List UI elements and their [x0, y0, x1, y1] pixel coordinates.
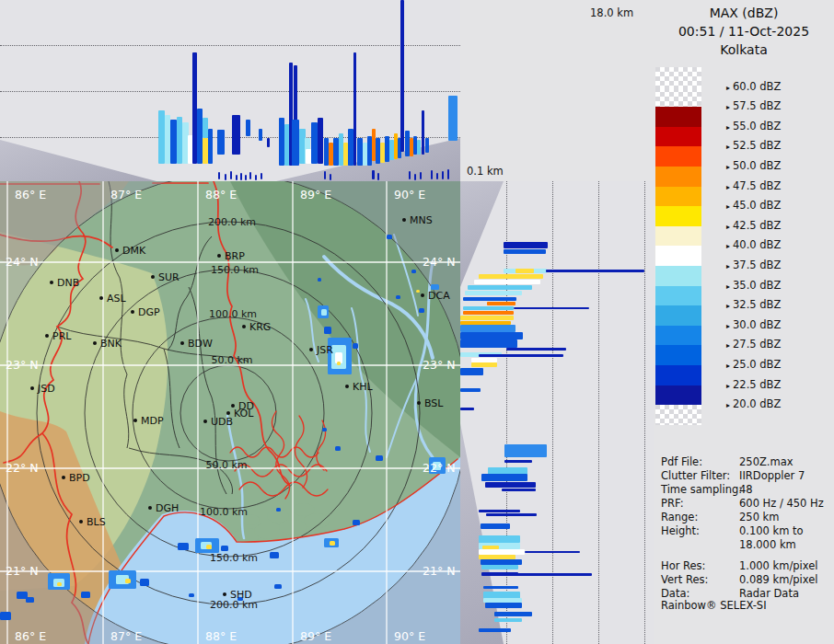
legend-band-15 — [655, 365, 701, 385]
echo-cell — [324, 327, 331, 334]
legend-band-10 — [655, 266, 701, 286]
latitude-label: 22° N — [423, 461, 455, 475]
echo-bar — [506, 348, 566, 351]
echo-bar — [479, 535, 520, 543]
arrow-icon: ▸ — [726, 341, 730, 350]
echo-cell — [26, 597, 34, 603]
metadata-pdffile: Pdf File: — [661, 455, 702, 469]
echo-cell — [206, 545, 212, 549]
echo-bar — [504, 460, 532, 463]
city-label: KOL — [234, 408, 254, 420]
longitude-label: 88° E — [205, 629, 237, 643]
radar-max-display: 18.0 km 0.1 km — [0, 0, 834, 644]
echo-bar — [479, 628, 511, 632]
echo-bar — [515, 269, 534, 273]
city-label: SHD — [230, 589, 252, 601]
echo-bar — [218, 172, 220, 179]
echo-cell — [337, 362, 341, 365]
arrow-icon: ▸ — [726, 223, 730, 231]
range-ring-label: 100.0 km — [200, 506, 248, 518]
city-label: UDB — [211, 416, 233, 428]
echo-cell — [270, 552, 279, 558]
product-title: MAX (dBZ) — [654, 6, 834, 20]
echo-cell — [396, 295, 400, 299]
arrow-icon: ▸ — [726, 103, 730, 111]
echo-bar — [463, 297, 516, 301]
legend-band-14 — [655, 345, 701, 365]
longitude-label: 86° E — [15, 629, 46, 643]
metadata-clutterfilter: IIRDoppler 7 — [739, 469, 833, 483]
echo-cell — [330, 541, 335, 546]
longitude-label: 89° E — [300, 629, 331, 643]
echo-bar — [448, 96, 458, 141]
latitude-label: 23° N — [423, 358, 455, 372]
echo-bar — [460, 332, 523, 339]
echo-cell — [419, 308, 424, 313]
arrow-icon: ▸ — [726, 123, 730, 132]
city-label: DGH — [156, 502, 179, 514]
echo-cell — [178, 543, 189, 550]
metadata-clutterfilter: Clutter Filter: — [661, 469, 730, 483]
city-dot — [30, 386, 34, 390]
legend-threshold-label: ▸20.0 dBZ — [726, 397, 781, 410]
legend-band-9 — [655, 246, 701, 266]
echo-bar — [377, 173, 379, 180]
echo-bar — [436, 173, 438, 179]
legend-band-11 — [655, 286, 701, 306]
echo-bar — [255, 175, 257, 180]
echo-bar — [483, 586, 518, 589]
metadata-height: 0.100 km to — [739, 524, 833, 538]
metadata-range: 250 km — [739, 511, 833, 524]
echo-bar — [481, 474, 527, 481]
echo-bar — [422, 110, 424, 155]
city-label: JSR — [316, 344, 333, 356]
city-label: JSD — [37, 383, 55, 395]
range-ring-label: 100.0 km — [209, 308, 257, 320]
latitude-label: 23° N — [6, 358, 38, 372]
city-label: BPD — [69, 472, 90, 484]
city-label: KRG — [249, 321, 271, 333]
echo-bar — [208, 129, 213, 164]
echo-bar — [468, 285, 532, 290]
echo-bar — [460, 339, 517, 348]
city-dot — [131, 310, 134, 314]
echo-cell — [125, 579, 131, 583]
latitude-label: 21° N — [6, 564, 38, 578]
echo-bar — [249, 172, 251, 179]
latitude-label: 24° N — [423, 255, 455, 269]
arrow-icon: ▸ — [726, 382, 730, 390]
echo-bar — [259, 129, 262, 141]
echo-cell — [57, 582, 62, 586]
echo-bar — [420, 172, 422, 179]
legend-threshold-label: ▸45.0 dBZ — [726, 199, 781, 212]
echo-bar — [372, 170, 375, 179]
echo-bar — [465, 291, 522, 295]
city-dot — [226, 411, 230, 415]
legend-band-8 — [655, 226, 701, 247]
map-panel: 200.0 km150.0 km100.0 km50.0 km50.0 km10… — [0, 181, 460, 644]
city-dot — [223, 592, 226, 596]
echo-bar — [514, 307, 589, 309]
echo-bar — [494, 612, 532, 616]
city-dot — [93, 341, 97, 345]
legend-band-7 — [655, 206, 701, 226]
echo-bar — [236, 175, 237, 180]
legend-color-scale — [655, 67, 701, 425]
radar-map: 200.0 km150.0 km100.0 km50.0 km50.0 km10… — [0, 181, 460, 644]
legend-band-13 — [655, 326, 701, 346]
arrow-icon: ▸ — [726, 322, 730, 330]
height-gridline — [644, 181, 645, 644]
echo-bar — [486, 513, 537, 516]
legend-band-17 — [655, 405, 701, 425]
city-dot — [50, 281, 53, 284]
out-of-range-wedge — [460, 181, 504, 287]
city-dot — [151, 275, 155, 279]
city-dot — [45, 334, 49, 338]
echo-bar — [324, 171, 326, 179]
echo-bar — [246, 120, 250, 136]
metadata-prf: PRF: — [661, 497, 684, 511]
echo-bar — [494, 618, 522, 622]
echo-bar — [225, 174, 226, 180]
arrow-icon: ▸ — [726, 362, 730, 370]
echo-bar — [240, 173, 242, 180]
